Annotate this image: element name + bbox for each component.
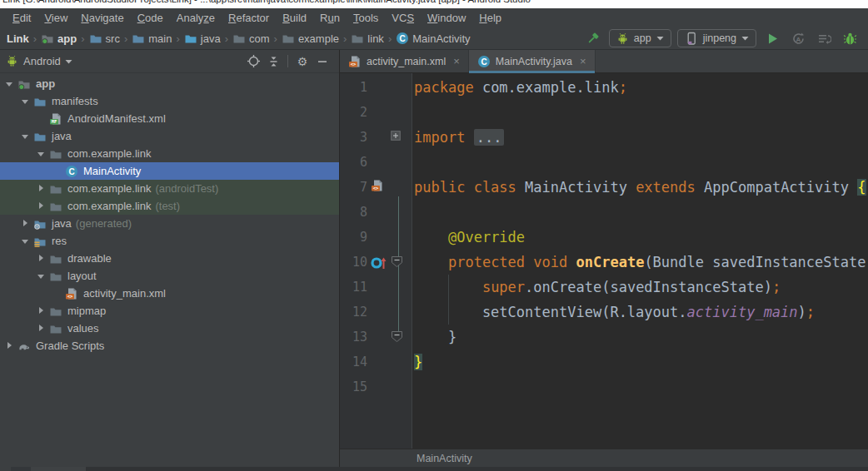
run-button[interactable] <box>762 29 782 47</box>
run-configuration-select[interactable]: app <box>609 29 671 47</box>
code-text: @Override <box>414 225 525 250</box>
apply-changes-button[interactable]: A <box>788 29 808 47</box>
code-editor[interactable]: 1package com.example.link;23import ...67… <box>340 73 868 449</box>
editor-column: <>activity_main.xml×CMainActivity.java× … <box>340 50 868 467</box>
class-icon: C <box>396 32 409 45</box>
breadcrumb-item-java[interactable]: java <box>184 32 221 45</box>
breadcrumb-item-com[interactable]: com <box>232 32 270 45</box>
menu-window[interactable]: Window <box>421 12 472 24</box>
editor-tab-activity-main-xml[interactable]: <>activity_main.xml× <box>340 50 469 72</box>
tree-expand-arrow[interactable] <box>37 201 46 211</box>
tree-expand-arrow[interactable] <box>21 236 30 245</box>
tree-item-androidmanifest-xml[interactable]: MFAndroidManifest.xml <box>0 110 339 127</box>
tree-expand-arrow[interactable] <box>21 131 30 141</box>
tab-close-icon[interactable]: × <box>453 55 460 67</box>
breadcrumb-item-src[interactable]: src <box>89 32 120 45</box>
menu-navigate[interactable]: Navigate <box>74 12 130 24</box>
tree-item-java-generated[interactable]: java(generated) <box>0 215 339 232</box>
apply-code-changes-button[interactable] <box>814 29 834 47</box>
folder-icon <box>33 95 47 108</box>
tree-item-activity-main-xml[interactable]: <>activity_main.xml <box>0 285 339 302</box>
breadcrumb-item-mainactivity[interactable]: CMainActivity <box>396 32 470 45</box>
menu-view[interactable]: View <box>37 12 74 24</box>
line-number: 7 <box>340 175 367 200</box>
line-number: 1 <box>340 75 367 100</box>
breadcrumb-item-app[interactable]: app <box>41 32 77 45</box>
tree-expand-arrow[interactable] <box>37 149 46 158</box>
tree-expand-arrow[interactable] <box>21 97 30 106</box>
project-panel-header: Android ⚙ <box>0 50 339 73</box>
menu-build[interactable]: Build <box>276 12 313 24</box>
fold-expand-marker[interactable] <box>391 131 406 144</box>
gutter-layout-icon[interactable]: <> <box>371 179 389 196</box>
make-project-button[interactable] <box>583 29 603 47</box>
tree-item-com-example-link[interactable]: com.example.link <box>0 145 339 162</box>
tree-item-layout[interactable]: layout <box>0 267 339 285</box>
tree-item-mipmap[interactable]: mipmap <box>0 302 339 320</box>
code-text: super.onCreate(savedInstanceState); <box>414 275 781 300</box>
apply-lines-icon <box>817 32 831 46</box>
tree-item-java[interactable]: java <box>0 127 339 145</box>
tree-item-drawable[interactable]: drawable <box>0 250 339 267</box>
package-icon <box>282 32 295 45</box>
tree-item-values[interactable]: values <box>0 320 339 337</box>
device-select[interactable]: jinpeng <box>677 29 756 47</box>
tree-expand-arrow[interactable] <box>37 306 46 315</box>
menu-run[interactable]: Run <box>313 12 347 24</box>
line-number: 11 <box>340 275 367 300</box>
menu-analyze[interactable]: Analyze <box>170 12 222 24</box>
menu-refactor[interactable]: Refactor <box>222 12 276 24</box>
menu-tools[interactable]: Tools <box>347 12 385 24</box>
project-view-selector-label[interactable]: Android <box>23 55 61 67</box>
breadcrumb-item-example[interactable]: example <box>282 32 339 45</box>
robot-icon <box>6 55 18 67</box>
package-icon <box>49 252 62 265</box>
tab-close-icon[interactable]: × <box>580 55 586 67</box>
caret-icon <box>656 36 664 41</box>
tree-expand-arrow[interactable] <box>37 324 46 333</box>
fold-region-marker[interactable] <box>391 330 406 344</box>
tree-expand-arrow[interactable] <box>37 271 46 280</box>
tree-expand-arrow[interactable] <box>37 184 46 193</box>
tree-item-app[interactable]: app <box>0 75 339 92</box>
tree-expand-arrow[interactable] <box>5 341 14 350</box>
code-text: package com.example.link; <box>414 75 627 100</box>
gutter-override-icon[interactable] <box>371 254 389 270</box>
svg-text:C: C <box>400 34 406 43</box>
folder-gen-icon <box>33 217 47 231</box>
hide-panel-button[interactable] <box>312 52 332 71</box>
menu-code[interactable]: Code <box>131 12 170 24</box>
tree-item-com-example-link-test[interactable]: com.example.link(test) <box>0 197 339 215</box>
tree-item-label: manifests <box>52 95 98 107</box>
tree-expand-arrow[interactable] <box>37 254 46 263</box>
tree-item-manifests[interactable]: manifests <box>0 92 339 110</box>
locate-button[interactable] <box>243 52 263 71</box>
breadcrumb-item-link[interactable]: Link <box>7 32 29 45</box>
tree-expand-arrow[interactable] <box>21 219 30 228</box>
class-icon: C <box>477 55 491 68</box>
caret-icon[interactable] <box>65 59 72 64</box>
menu-bar: EditViewNavigateCodeAnalyzeRefactorBuild… <box>0 8 868 27</box>
menu-help[interactable]: Help <box>472 12 508 24</box>
editor-tab-mainactivity-java[interactable]: CMainActivity.java× <box>469 50 596 72</box>
fold-region-marker[interactable] <box>391 255 406 269</box>
tree-item-gradle-scripts[interactable]: Gradle Scripts <box>0 337 339 354</box>
editor-breadcrumb-item[interactable]: MainActivity <box>417 453 472 464</box>
class-icon: C <box>65 165 78 178</box>
tree-item-res[interactable]: res <box>0 232 339 250</box>
tree-expand-arrow[interactable] <box>5 79 14 88</box>
tree-item-mainactivity[interactable]: CMainActivity <box>0 162 339 180</box>
breadcrumb-item-main[interactable]: main <box>132 32 172 45</box>
collapse-all-button[interactable] <box>263 52 283 71</box>
run-configuration-select-label: app <box>634 32 651 44</box>
breadcrumb-item-link[interactable]: link <box>351 32 384 45</box>
tree-item-com-example-link-androidtest[interactable]: com.example.link(androidTest) <box>0 180 339 197</box>
breadcrumb-separator: › <box>81 32 84 45</box>
settings-button[interactable]: ⚙ <box>292 52 312 71</box>
folder-icon <box>132 32 145 45</box>
tree-item-label: drawable <box>67 252 112 265</box>
editor-tabs: <>activity_main.xml×CMainActivity.java× <box>340 50 868 73</box>
menu-vcs[interactable]: VCS <box>385 12 421 24</box>
menu-edit[interactable]: Edit <box>6 12 37 24</box>
debug-button[interactable] <box>840 29 860 47</box>
